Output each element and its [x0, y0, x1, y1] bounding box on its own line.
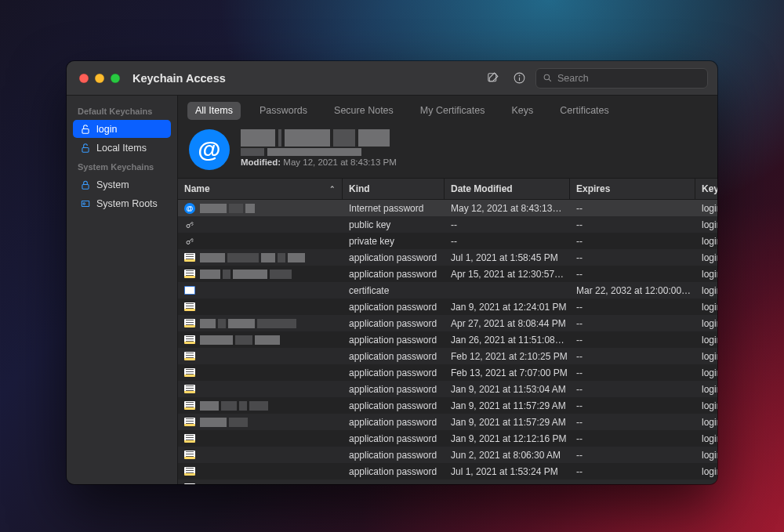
table-row[interactable]: application passwordJan 9, 2021 at 12:24…: [178, 299, 717, 315]
items-table: Name⌃KindDate ModifiedExpiresKeychain @I…: [178, 178, 717, 484]
table-row[interactable]: application passwordApr 15, 2021 at 12:3…: [178, 266, 717, 282]
cell-date: --: [445, 233, 570, 249]
compose-icon[interactable]: [482, 68, 503, 89]
name-redacted: [200, 335, 280, 345]
cell-keychain: login: [695, 381, 717, 397]
svg-line-5: [549, 79, 551, 81]
table-row[interactable]: certificateMar 22, 2032 at 12:00:00…logi…: [178, 282, 717, 299]
column-label: Date Modified: [451, 183, 513, 194]
info-icon[interactable]: [509, 68, 529, 89]
svg-point-10: [83, 202, 85, 204]
main-content: All ItemsPasswordsSecure NotesMy Certifi…: [178, 96, 717, 484]
note-icon: [184, 368, 195, 377]
name-redacted: [200, 204, 255, 213]
search-field[interactable]: [535, 68, 708, 89]
modified-label: Modified:: [241, 157, 281, 167]
sidebar-item-system-roots[interactable]: System Roots: [73, 194, 171, 212]
cell-date: Jan 9, 2021 at 11:53:04 AM: [445, 381, 570, 397]
titlebar: Keychain Access: [67, 61, 717, 96]
table-body: @Internet passwordMay 12, 2021 at 8:43:1…: [178, 200, 717, 484]
cell-kind: application password: [343, 480, 445, 484]
tab-secure-notes[interactable]: Secure Notes: [326, 102, 401, 120]
zoom-window-button[interactable]: [111, 74, 120, 83]
modified-value: May 12, 2021 at 8:43:13 PM: [283, 157, 396, 167]
svg-point-3: [519, 75, 520, 76]
table-row[interactable]: application passwordJan 9, 2021 at 11:57…: [178, 397, 717, 414]
table-row[interactable]: application passwordFeb 13, 2021 at 7:07…: [178, 364, 717, 381]
at-sign-icon: @: [189, 129, 230, 170]
tab-keys[interactable]: Keys: [503, 102, 541, 120]
cell-kind: public key: [343, 216, 445, 233]
at-sign-icon: @: [184, 203, 195, 214]
table-header: Name⌃KindDate ModifiedExpiresKeychain: [178, 178, 717, 200]
cell-date: Feb 13, 2021 at 7:07:00 PM: [445, 364, 570, 381]
column-header-date-modified[interactable]: Date Modified: [445, 179, 570, 199]
table-row[interactable]: application passwordJul 1, 2021 at 1:53:…: [178, 463, 717, 480]
cell-name: [178, 315, 343, 331]
cell-name: [178, 216, 343, 233]
cell-date: Jul 1, 2021 at 1:58:45 PM: [445, 249, 570, 266]
note-icon: [184, 467, 195, 476]
note-icon: [184, 483, 195, 484]
cell-expires: --: [570, 299, 695, 315]
cell-expires: --: [570, 249, 695, 266]
search-icon: [543, 73, 553, 83]
sidebar-item-system[interactable]: System: [73, 176, 171, 194]
table-row[interactable]: application passwordJun 2, 2021 at 8:06:…: [178, 447, 717, 463]
table-row[interactable]: private key----login: [178, 233, 717, 249]
cell-keychain: login: [695, 315, 717, 331]
column-header-keychain[interactable]: Keychain: [695, 179, 717, 199]
cell-expires: --: [570, 233, 695, 249]
sort-ascending-icon: ⌃: [329, 185, 336, 193]
table-row[interactable]: application passwordJan 9, 2021 at 11:57…: [178, 414, 717, 430]
cell-date: Jan 9, 2021 at 12:12:16 PM: [445, 430, 570, 447]
cell-name: [178, 299, 343, 315]
table-row[interactable]: application passwordJan 9, 2021 at 12:12…: [178, 430, 717, 447]
tab-all-items[interactable]: All Items: [187, 102, 241, 120]
sidebar-item-label: System: [96, 179, 129, 190]
table-row[interactable]: application passwordJul 1, 2021 at 1:53:…: [178, 480, 717, 484]
note-icon: [184, 385, 195, 393]
note-icon: [184, 451, 195, 459]
cell-expires: --: [570, 266, 695, 282]
sidebar-item-login[interactable]: login: [73, 120, 171, 138]
cell-expires: --: [570, 447, 695, 463]
cell-kind: application password: [343, 315, 445, 331]
tab-passwords[interactable]: Passwords: [252, 102, 315, 120]
cell-name: [178, 447, 343, 463]
table-row[interactable]: @Internet passwordMay 12, 2021 at 8:43:1…: [178, 200, 717, 216]
table-row[interactable]: application passwordApr 27, 2021 at 8:08…: [178, 315, 717, 331]
column-header-kind[interactable]: Kind: [343, 179, 445, 199]
cell-kind: application password: [343, 266, 445, 282]
svg-point-12: [187, 241, 190, 244]
note-icon: [184, 352, 195, 360]
table-row[interactable]: application passwordJan 9, 2021 at 11:53…: [178, 381, 717, 397]
cell-kind: application password: [343, 249, 445, 266]
minimize-window-button[interactable]: [95, 74, 104, 83]
filter-tabs: All ItemsPasswordsSecure NotesMy Certifi…: [178, 96, 717, 120]
cell-expires: --: [570, 480, 695, 484]
keychain-access-window: Keychain Access Default KeychainsloginLo…: [67, 61, 717, 484]
table-row[interactable]: application passwordJan 26, 2021 at 11:5…: [178, 331, 717, 348]
table-row[interactable]: public key----login: [178, 216, 717, 233]
close-window-button[interactable]: [79, 74, 89, 83]
cell-date: Apr 15, 2021 at 12:30:57…: [445, 266, 570, 282]
tab-my-certificates[interactable]: My Certificates: [412, 102, 493, 120]
item-detail-header: @ Modified: May 12, 2: [178, 120, 717, 178]
cell-date: [445, 282, 570, 299]
search-input[interactable]: [557, 73, 701, 84]
cell-name: [178, 480, 343, 484]
note-icon: [184, 335, 195, 344]
sidebar-item-local-items[interactable]: Local Items: [73, 139, 171, 157]
cell-expires: --: [570, 414, 695, 430]
table-row[interactable]: application passwordJul 1, 2021 at 1:58:…: [178, 249, 717, 266]
column-label: Keychain: [702, 183, 717, 194]
tab-certificates[interactable]: Certificates: [552, 102, 617, 120]
column-header-expires[interactable]: Expires: [570, 179, 695, 199]
cell-date: Apr 27, 2021 at 8:08:44 PM: [445, 315, 570, 331]
column-header-name[interactable]: Name⌃: [178, 179, 343, 199]
cell-kind: private key: [343, 233, 445, 249]
item-modified-line: Modified: May 12, 2021 at 8:43:13 PM: [241, 157, 397, 167]
cell-keychain: login: [695, 480, 717, 484]
table-row[interactable]: application passwordFeb 12, 2021 at 2:10…: [178, 348, 717, 364]
